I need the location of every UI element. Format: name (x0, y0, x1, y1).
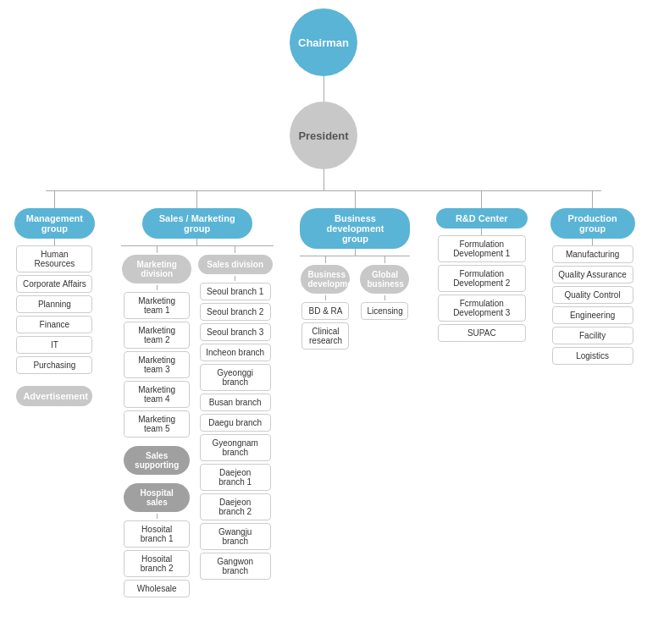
sales-group-box: Sales / Marketinggroup (142, 208, 252, 239)
item-advertisement: Advertisement (16, 386, 92, 406)
quality-assurance: Quality Assurance (552, 266, 633, 283)
seoul-branch-2: Seoul branch 2 (200, 303, 271, 321)
marketing-div-box: Marketing division (122, 255, 191, 283)
president-node: President (290, 102, 357, 169)
management-items: Human Resources Corporate Affairs Planni… (8, 245, 100, 406)
gyeongnam-branch: Gyeongnam branch (200, 434, 271, 461)
item-it: IT (16, 336, 92, 354)
form-dev-2: Formulation Development 2 (438, 265, 526, 292)
rnd-col: R&D Center Formulation Development 1 For… (431, 191, 533, 342)
bd-ra-box: BD & RA (301, 302, 349, 320)
item-human-resources: Human Resources (16, 245, 92, 272)
global-box: Global business (360, 265, 409, 294)
busan-branch: Busan branch (200, 394, 271, 411)
hospital-items: Hosoital branch 1 Hosoital branch 2 Whol… (121, 520, 193, 597)
production-label: Productiongroup (568, 213, 617, 234)
seoul-branch-1: Seoul branch 1 (200, 283, 271, 300)
seoul-branches: Seoul branch 1 Seoul branch 2 Seoul bran… (197, 283, 274, 580)
biz-dev-sub-col: Business development BD & RA Clinical re… (300, 256, 351, 350)
hospital-branch-2: Hosoital branch 2 (124, 550, 190, 577)
h-bar-container (0, 190, 647, 191)
management-col: Managementgroup Human Resources Corporat… (8, 191, 100, 406)
chairman-node: Chairman (290, 8, 357, 76)
form-dev-3: Fcrmulation Development 3 (438, 294, 526, 322)
president-label: President (298, 129, 348, 142)
gwangju-branch: Gwangju branch (200, 523, 271, 550)
licensing-box: Licensing (361, 302, 408, 320)
chairman-label: Chairman (298, 36, 349, 49)
sales-label: Sales / Marketinggroup (159, 213, 235, 234)
mkt-team-4: Marketing team 4 (124, 381, 190, 408)
daejeon-branch-2: Daejeon branch 2 (200, 493, 271, 520)
chairman-level: Chairman (0, 0, 647, 76)
seoul-branch-3: Seoul branch 3 (200, 323, 271, 341)
biz-dev-box: Business development (301, 265, 350, 294)
incheon-branch: Incheon branch (200, 344, 271, 361)
mkt-team-5: Marketing team 5 (124, 410, 190, 438)
rnd-items: Formulation Development 1 Formulation De… (431, 235, 533, 342)
h-bar (46, 190, 601, 191)
production-items: Manufacturing Quality Assurance Quality … (547, 245, 639, 365)
item-corporate-affairs: Corporate Affairs (16, 275, 92, 293)
marketing-teams: Marketing team 1 Marketing team 2 Market… (121, 292, 193, 438)
president-level: President (0, 102, 647, 169)
engineering: Engineering (552, 306, 633, 324)
sales-sub-row: Marketing division Marketing team 1 Mark… (121, 246, 274, 597)
mkt-team-1: Marketing team 1 (124, 292, 190, 319)
production-group-box: Productiongroup (550, 208, 635, 239)
marketing-div-col: Marketing division Marketing team 1 Mark… (121, 246, 193, 597)
biz-dev-items: BD & RA Clinical research (300, 302, 351, 350)
production-col: Productiongroup Manufacturing Quality As… (547, 191, 639, 365)
gangwon-branch: Gangwon branch (200, 553, 271, 580)
manufacturing: Manufacturing (552, 245, 633, 263)
bizdev-col: Business developmentgroup Business devel… (294, 191, 417, 350)
clinical-research-box: Clinical research (301, 322, 349, 350)
wholesale: Wholesale (124, 580, 190, 597)
sales-div-box: Sales division (198, 255, 273, 274)
hospital-sales-box: Hospital sales (124, 483, 190, 512)
item-finance: Finance (16, 316, 92, 333)
groups-row: Managementgroup Human Resources Corporat… (0, 191, 647, 597)
supac: SUPAC (438, 324, 526, 342)
v-line-2 (324, 169, 324, 190)
rnd-group-box: R&D Center (436, 208, 528, 228)
management-group-box: Managementgroup (14, 208, 95, 239)
v-drop-mgmt (54, 191, 55, 208)
sales-col: Sales / Marketinggroup Marketing divisio… (114, 191, 279, 597)
sales-div-col: Sales division Seoul branch 1 Seoul bran… (197, 246, 274, 580)
global-sub-col: Global business Licensing (359, 256, 410, 320)
sales-supporting-box: Sales supporting (124, 446, 190, 475)
bizdev-sub-row: Business development BD & RA Clinical re… (300, 256, 410, 350)
gyeonggi-branch: Gyeonggi branch (200, 364, 271, 391)
v-line-1 (324, 76, 324, 102)
mkt-team-3: Marketing team 3 (124, 351, 190, 378)
bizdev-group-box: Business developmentgroup (300, 208, 410, 249)
form-dev-1: Formulation Development 1 (438, 235, 526, 262)
item-purchasing: Purchasing (16, 356, 92, 374)
daejeon-branch-1: Daejeon branch 1 (200, 464, 271, 491)
management-label: Managementgroup (26, 213, 83, 234)
global-items: Licensing (359, 302, 410, 320)
logistics: Logistics (552, 347, 633, 365)
quality-control: Quality Control (552, 286, 633, 304)
org-chart: Chairman President Managementgroup Human… (0, 0, 647, 597)
item-planning: Planning (16, 295, 92, 313)
mkt-team-2: Marketing team 2 (124, 322, 190, 349)
hospital-branch-1: Hosoital branch 1 (124, 520, 190, 548)
rnd-label: R&D Center (456, 213, 508, 223)
daegu-branch: Daegu branch (200, 414, 271, 432)
bizdev-label: Business developmentgroup (327, 213, 384, 244)
facility: Facility (552, 327, 633, 344)
